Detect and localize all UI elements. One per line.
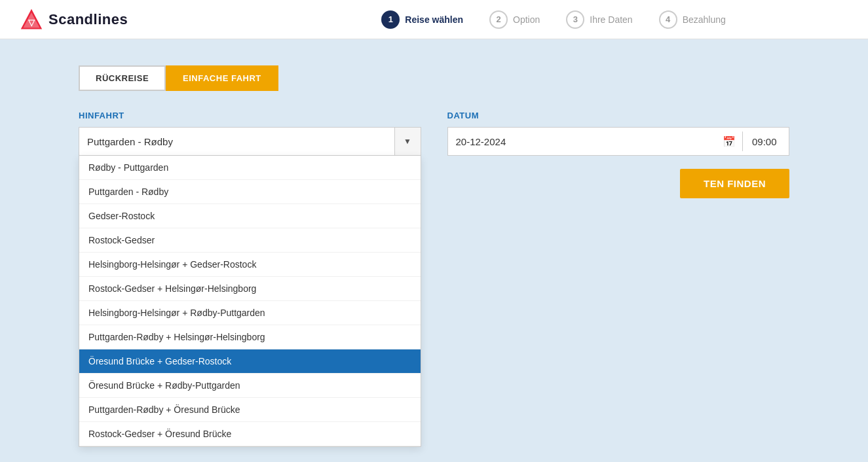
calendar-icon[interactable]: 📅 [716, 135, 742, 148]
dropdown-item-7[interactable]: Puttgarden-Rødby + Helsingør-Helsingborg [79, 325, 421, 349]
dropdown-item-5[interactable]: Rostock-Gedser + Helsingør-Helsingborg [79, 277, 421, 301]
route-wrapper: ▼ Rødby - Puttgarden Puttgarden - Rødby … [79, 127, 421, 156]
tabs-row: RÜCKREISE EINFACHE FAHRT [79, 65, 789, 91]
step-1: 1 Reise wählen [381, 10, 463, 29]
datum-label: DATUM [447, 111, 790, 120]
dropdown-item-10[interactable]: Puttgarden-Rødby + Öresund Brücke [79, 398, 421, 422]
date-row: 📅 [447, 127, 790, 156]
header: ▽ Scandlines 1 Reise wählen 2 Option 3 I… [0, 0, 868, 39]
datum-section: DATUM 📅 TEN FINDEN [447, 111, 790, 198]
dropdown-item-6[interactable]: Helsingborg-Helsingør + Rødby-Puttgarden [79, 301, 421, 325]
step-1-label: Reise wählen [405, 14, 463, 25]
step-4: 4 Bezahlung [659, 10, 726, 29]
find-button-label: TEN FINDEN [704, 178, 766, 189]
svg-text:▽: ▽ [28, 18, 35, 27]
step-3-circle: 3 [566, 10, 584, 29]
dropdown-item-4[interactable]: Helsingborg-Helsingør + Gedser-Rostock [79, 253, 421, 277]
step-1-circle: 1 [381, 10, 400, 29]
tab-einfache-label: EINFACHE FAHRT [183, 73, 261, 83]
step-4-label: Bezahlung [683, 14, 726, 25]
scandlines-logo-icon: ▽ [20, 8, 43, 31]
main-content: RÜCKREISE EINFACHE FAHRT HINFAHRT ▼ Rødb… [0, 39, 868, 224]
dropdown-item-11[interactable]: Rostock-Gedser + Öresund Brücke [79, 422, 421, 446]
route-dropdown-list: Rødby - Puttgarden Puttgarden - Rødby Ge… [79, 156, 421, 447]
logo: ▽ Scandlines [20, 8, 128, 31]
dropdown-item-3[interactable]: Rostock-Gedser [79, 228, 421, 253]
hinfahrt-section: HINFAHRT ▼ Rødby - Puttgarden Puttgarden… [79, 111, 421, 156]
dropdown-item-1[interactable]: Puttgarden - Rødby [79, 180, 421, 204]
dropdown-item-8[interactable]: Öresund Brücke + Gedser-Rostock [79, 349, 421, 374]
route-dropdown-button[interactable]: ▼ [394, 128, 421, 155]
dropdown-item-0[interactable]: Rødby - Puttgarden [79, 156, 421, 180]
dropdown-item-9[interactable]: Öresund Brücke + Rødby-Puttgarden [79, 374, 421, 398]
step-4-circle: 4 [659, 10, 677, 29]
step-2-circle: 2 [489, 10, 508, 29]
step-3-label: Ihre Daten [590, 14, 632, 25]
hinfahrt-label: HINFAHRT [79, 111, 421, 120]
dropdown-item-2[interactable]: Gedser-Rostock [79, 204, 421, 228]
step-2: 2 Option [489, 10, 540, 29]
route-selector[interactable]: ▼ [79, 127, 421, 156]
route-input[interactable] [79, 136, 394, 147]
tab-rueckreise[interactable]: RÜCKREISE [79, 65, 166, 91]
find-btn-row: TEN FINDEN [447, 169, 790, 198]
step-3: 3 Ihre Daten [566, 10, 632, 29]
steps-nav: 1 Reise wählen 2 Option 3 Ihre Daten 4 B… [250, 10, 726, 29]
logo-text: Scandlines [48, 11, 128, 28]
find-button[interactable]: TEN FINDEN [680, 169, 789, 198]
form-row: HINFAHRT ▼ Rødby - Puttgarden Puttgarden… [79, 111, 789, 198]
tab-einfache-fahrt[interactable]: EINFACHE FAHRT [166, 65, 278, 91]
time-input[interactable] [743, 136, 789, 147]
tab-rueckreise-label: RÜCKREISE [96, 73, 149, 83]
date-input[interactable] [448, 136, 717, 147]
step-2-label: Option [513, 14, 540, 25]
